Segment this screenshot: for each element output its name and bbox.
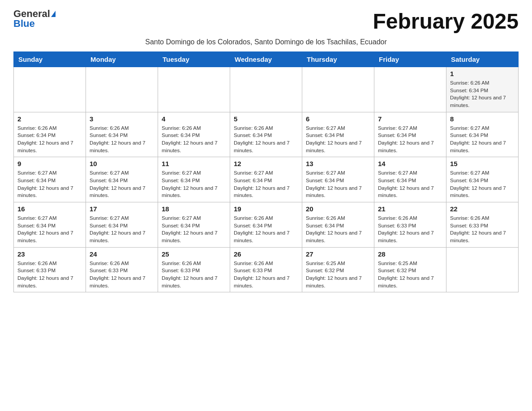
day-info: Sunrise: 6:27 AM Sunset: 6:34 PM Dayligh… — [450, 124, 515, 154]
calendar-cell: 6Sunrise: 6:27 AM Sunset: 6:34 PM Daylig… — [302, 112, 374, 157]
calendar-cell: 1Sunrise: 6:26 AM Sunset: 6:34 PM Daylig… — [446, 67, 519, 112]
day-info: Sunrise: 6:27 AM Sunset: 6:34 PM Dayligh… — [378, 124, 442, 154]
calendar-cell: 23Sunrise: 6:26 AM Sunset: 6:33 PM Dayli… — [14, 247, 86, 292]
day-number: 16 — [17, 205, 82, 213]
calendar-cell: 24Sunrise: 6:26 AM Sunset: 6:33 PM Dayli… — [86, 247, 158, 292]
calendar-cell — [302, 67, 374, 112]
calendar-cell: 11Sunrise: 6:27 AM Sunset: 6:34 PM Dayli… — [158, 157, 230, 202]
calendar-cell: 8Sunrise: 6:27 AM Sunset: 6:34 PM Daylig… — [446, 112, 519, 157]
day-info: Sunrise: 6:26 AM Sunset: 6:34 PM Dayligh… — [162, 124, 226, 154]
calendar-cell: 14Sunrise: 6:27 AM Sunset: 6:34 PM Dayli… — [374, 157, 446, 202]
calendar-cell — [374, 67, 446, 112]
page-header: General Blue February 2025 — [13, 9, 519, 34]
calendar-cell — [14, 67, 86, 112]
day-info: Sunrise: 6:26 AM Sunset: 6:33 PM Dayligh… — [450, 214, 515, 244]
calendar-cell: 12Sunrise: 6:27 AM Sunset: 6:34 PM Dayli… — [230, 157, 302, 202]
day-number: 7 — [378, 115, 442, 123]
weekday-header-sunday: Sunday — [14, 52, 86, 67]
day-info: Sunrise: 6:27 AM Sunset: 6:34 PM Dayligh… — [306, 169, 370, 199]
day-number: 4 — [162, 115, 226, 123]
day-number: 3 — [90, 115, 154, 123]
weekday-header-tuesday: Tuesday — [158, 52, 230, 67]
calendar-cell: 26Sunrise: 6:26 AM Sunset: 6:33 PM Dayli… — [230, 247, 302, 292]
calendar-week-row: 9Sunrise: 6:27 AM Sunset: 6:34 PM Daylig… — [14, 157, 519, 202]
day-info: Sunrise: 6:27 AM Sunset: 6:34 PM Dayligh… — [17, 169, 82, 199]
day-number: 23 — [17, 250, 82, 258]
calendar-cell: 16Sunrise: 6:27 AM Sunset: 6:34 PM Dayli… — [14, 202, 86, 248]
calendar-cell: 28Sunrise: 6:25 AM Sunset: 6:32 PM Dayli… — [374, 247, 446, 292]
day-info: Sunrise: 6:27 AM Sunset: 6:34 PM Dayligh… — [162, 214, 226, 244]
calendar-cell: 18Sunrise: 6:27 AM Sunset: 6:34 PM Dayli… — [158, 202, 230, 248]
day-info: Sunrise: 6:26 AM Sunset: 6:34 PM Dayligh… — [450, 79, 515, 109]
day-number: 24 — [90, 250, 154, 258]
calendar-cell — [446, 247, 519, 292]
calendar-cell: 15Sunrise: 6:27 AM Sunset: 6:34 PM Dayli… — [446, 157, 519, 202]
day-number: 26 — [234, 250, 298, 258]
day-info: Sunrise: 6:26 AM Sunset: 6:33 PM Dayligh… — [90, 260, 154, 290]
day-info: Sunrise: 6:27 AM Sunset: 6:34 PM Dayligh… — [90, 214, 154, 244]
day-number: 25 — [162, 250, 226, 258]
day-number: 17 — [90, 205, 154, 213]
day-info: Sunrise: 6:26 AM Sunset: 6:34 PM Dayligh… — [17, 124, 82, 154]
day-info: Sunrise: 6:27 AM Sunset: 6:34 PM Dayligh… — [306, 124, 370, 154]
weekday-header-friday: Friday — [374, 52, 446, 67]
weekday-header-saturday: Saturday — [446, 52, 519, 67]
logo: General Blue — [13, 9, 56, 29]
weekday-header-thursday: Thursday — [302, 52, 374, 67]
day-info: Sunrise: 6:25 AM Sunset: 6:32 PM Dayligh… — [378, 260, 442, 290]
calendar-cell: 3Sunrise: 6:26 AM Sunset: 6:34 PM Daylig… — [86, 112, 158, 157]
calendar-cell: 20Sunrise: 6:26 AM Sunset: 6:34 PM Dayli… — [302, 202, 374, 248]
calendar-cell: 9Sunrise: 6:27 AM Sunset: 6:34 PM Daylig… — [14, 157, 86, 202]
logo-arrow-icon — [51, 11, 56, 17]
calendar-table: SundayMondayTuesdayWednesdayThursdayFrid… — [13, 51, 519, 292]
calendar-cell: 10Sunrise: 6:27 AM Sunset: 6:34 PM Dayli… — [86, 157, 158, 202]
day-number: 11 — [162, 160, 226, 167]
day-info: Sunrise: 6:27 AM Sunset: 6:34 PM Dayligh… — [162, 169, 226, 199]
day-info: Sunrise: 6:26 AM Sunset: 6:34 PM Dayligh… — [306, 214, 370, 244]
day-number: 8 — [450, 115, 515, 123]
calendar-cell: 17Sunrise: 6:27 AM Sunset: 6:34 PM Dayli… — [86, 202, 158, 248]
day-number: 18 — [162, 205, 226, 213]
calendar-cell: 22Sunrise: 6:26 AM Sunset: 6:33 PM Dayli… — [446, 202, 519, 248]
calendar-cell: 27Sunrise: 6:25 AM Sunset: 6:32 PM Dayli… — [302, 247, 374, 292]
calendar-body: 1Sunrise: 6:26 AM Sunset: 6:34 PM Daylig… — [14, 67, 519, 292]
calendar-cell — [86, 67, 158, 112]
day-number: 28 — [378, 250, 442, 258]
calendar-cell: 19Sunrise: 6:26 AM Sunset: 6:34 PM Dayli… — [230, 202, 302, 248]
day-number: 15 — [450, 160, 515, 167]
day-info: Sunrise: 6:27 AM Sunset: 6:34 PM Dayligh… — [378, 169, 442, 199]
weekday-header-wednesday: Wednesday — [230, 52, 302, 67]
day-info: Sunrise: 6:26 AM Sunset: 6:33 PM Dayligh… — [162, 260, 226, 290]
day-info: Sunrise: 6:27 AM Sunset: 6:34 PM Dayligh… — [234, 169, 298, 199]
calendar-week-row: 23Sunrise: 6:26 AM Sunset: 6:33 PM Dayli… — [14, 247, 519, 292]
day-number: 10 — [90, 160, 154, 167]
day-number: 12 — [234, 160, 298, 167]
subtitle: Santo Domingo de los Colorados, Santo Do… — [13, 38, 519, 46]
day-number: 1 — [450, 70, 515, 77]
calendar-cell: 2Sunrise: 6:26 AM Sunset: 6:34 PM Daylig… — [14, 112, 86, 157]
day-info: Sunrise: 6:27 AM Sunset: 6:34 PM Dayligh… — [450, 169, 515, 199]
calendar-week-row: 1Sunrise: 6:26 AM Sunset: 6:34 PM Daylig… — [14, 67, 519, 112]
day-info: Sunrise: 6:26 AM Sunset: 6:33 PM Dayligh… — [234, 260, 298, 290]
day-number: 22 — [450, 205, 515, 213]
calendar-cell: 4Sunrise: 6:26 AM Sunset: 6:34 PM Daylig… — [158, 112, 230, 157]
month-title: February 2025 — [373, 9, 519, 34]
day-info: Sunrise: 6:27 AM Sunset: 6:34 PM Dayligh… — [90, 169, 154, 199]
day-number: 20 — [306, 205, 370, 213]
weekday-header-row: SundayMondayTuesdayWednesdayThursdayFrid… — [14, 52, 519, 67]
day-number: 9 — [17, 160, 82, 167]
calendar-cell — [158, 67, 230, 112]
day-number: 13 — [306, 160, 370, 167]
calendar-week-row: 2Sunrise: 6:26 AM Sunset: 6:34 PM Daylig… — [14, 112, 519, 157]
day-info: Sunrise: 6:26 AM Sunset: 6:34 PM Dayligh… — [234, 214, 298, 244]
calendar-cell: 21Sunrise: 6:26 AM Sunset: 6:33 PM Dayli… — [374, 202, 446, 248]
logo-general-text: General — [13, 9, 50, 19]
day-number: 5 — [234, 115, 298, 123]
day-info: Sunrise: 6:27 AM Sunset: 6:34 PM Dayligh… — [17, 214, 82, 244]
calendar-week-row: 16Sunrise: 6:27 AM Sunset: 6:34 PM Dayli… — [14, 202, 519, 248]
day-number: 21 — [378, 205, 442, 213]
logo-blue-text: Blue — [13, 19, 35, 29]
day-info: Sunrise: 6:26 AM Sunset: 6:34 PM Dayligh… — [90, 124, 154, 154]
day-info: Sunrise: 6:26 AM Sunset: 6:33 PM Dayligh… — [17, 260, 82, 290]
day-info: Sunrise: 6:25 AM Sunset: 6:32 PM Dayligh… — [306, 260, 370, 290]
